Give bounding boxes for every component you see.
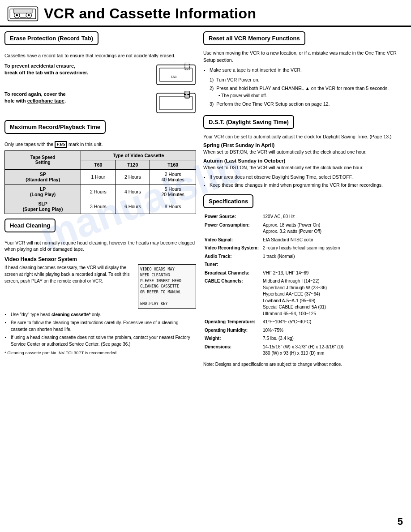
- erase-protection-box: Erase Protection (Record Tab): [4, 31, 98, 45]
- table-row: Broadcast Channels: VHF 2~13, UHF 14~69: [203, 269, 407, 278]
- table-row: LP(Long Play) 2 Hours 4 Hours 5 Hours20 …: [5, 184, 196, 199]
- spec-label: Weight:: [203, 335, 261, 343]
- spec-value: 2 rotary heads helical scanning system: [261, 244, 407, 253]
- specs-table: Power Source: 120V AC, 60 Hz Power Consu…: [203, 213, 407, 358]
- erase-record-row: To record again, cover thehole with cell…: [4, 91, 196, 116]
- lp-t120: 4 Hours: [116, 184, 150, 199]
- dst-autumn-title: Autumn (Last Sunday in October): [203, 158, 407, 163]
- svg-text:TAB: TAB: [171, 75, 176, 78]
- dst-body: Your VCR can be set to automatically adj…: [203, 133, 407, 140]
- table-row: Weight: 7.5 lbs. (3.4 kg): [203, 335, 407, 343]
- erase-prevent-text: To prevent accidental erasure,break off …: [4, 63, 151, 77]
- vhs-note-suffix: mark in this unit.: [68, 142, 103, 147]
- maxrecord-section: Maximum Record/Playback Time Only use ta…: [4, 120, 196, 214]
- specs-section: Specifications Power Source: 120V AC, 60…: [203, 194, 407, 368]
- cassette-covered-icon: [156, 91, 196, 116]
- dst-spring-title: Spring (First Sunday in April): [203, 142, 407, 148]
- dst-spring-text: When set to DST:ON, the VCR will automat…: [203, 149, 407, 155]
- main-content: Erase Protection (Record Tab) Cassettes …: [0, 31, 411, 368]
- t160-header: T160: [150, 160, 196, 169]
- table-row: CABLE Channels: Midband A through I (14~…: [203, 277, 407, 318]
- list-item: If your area does not observe Daylight S…: [210, 174, 407, 181]
- slp-t120: 6 Hours: [116, 199, 150, 214]
- erase-prevent-row: To prevent accidental erasure,break off …: [4, 63, 196, 87]
- list-item: If using a head cleaning cassette does n…: [11, 334, 196, 348]
- lp-t160: 5 Hours20 Minutes: [150, 184, 196, 199]
- list-item: 1) Turn VCR Power on.: [210, 76, 407, 84]
- spec-label: Operating Temperature:: [203, 318, 261, 326]
- spec-value: EIA Standard NTSC color: [261, 236, 407, 245]
- reset-sub: • The power will shut off.: [218, 92, 407, 99]
- record-table: Tape SpeedSetting Type of Video Cassette…: [4, 150, 196, 214]
- spec-value: Midband A through I (14~22) Superband J …: [261, 277, 407, 318]
- list-item: Use "dry" type head cleaning cassette* o…: [11, 311, 196, 318]
- spec-label: CABLE Channels:: [203, 277, 261, 318]
- reset-section: Reset all VCR Memory Functions Use when …: [203, 31, 407, 108]
- headcleaning-box: Head Cleaning: [4, 219, 56, 232]
- spec-label: Broadcast Channels:: [203, 269, 261, 278]
- table-row: Power Consumption: Approx. 18 watts (Pow…: [203, 221, 407, 236]
- right-column: Reset all VCR Memory Functions Use when …: [201, 31, 407, 368]
- spec-label: Tuner:: [203, 261, 261, 269]
- svg-rect-7: [13, 9, 32, 13]
- sp-t120: 2 Hours: [116, 169, 150, 184]
- table-row: SLP(Super Long Play) 3 Hours 6 Hours 8 H…: [5, 199, 196, 214]
- headcleaning-note: * Cleaning cassette part No. NV-TCL30PT …: [4, 350, 196, 355]
- list-item: Be sure to follow the cleaning tape inst…: [11, 319, 196, 333]
- video-heads-intro-text: If head cleaning becomes necessary, the …: [4, 264, 134, 309]
- specs-title: Specifications: [209, 198, 248, 205]
- screen-mockup: VIDEO HEADS MAY NEED CLEANING PLEASE INS…: [138, 264, 196, 309]
- table-row: Power Source: 120V AC, 60 Hz: [203, 213, 407, 221]
- reset-box: Reset all VCR Memory Functions: [203, 31, 305, 45]
- spec-label: Audio Track:: [203, 253, 261, 261]
- video-heads-title: Video Heads Sensor System: [4, 256, 196, 262]
- headcleaning-title: Head Cleaning: [10, 222, 50, 229]
- spec-label: Dimensions:: [203, 343, 261, 358]
- spec-label: Video Recording System:: [203, 244, 261, 253]
- spec-value: 10%~75%: [261, 326, 407, 335]
- erase-body-text: Cassettes have a record tab to ensure th…: [4, 52, 196, 59]
- reset-steps: 1) Turn VCR Power on. 2) Press and hold …: [203, 76, 407, 107]
- table-row: Operating Humidity: 10%~75%: [203, 326, 407, 335]
- dst-section: D.S.T. (Daylight Saving Time) Your VCR c…: [203, 115, 407, 189]
- headcleaning-body: Your VCR will not normally require head …: [4, 240, 196, 253]
- svg-point-5: [28, 14, 30, 17]
- table-row: Video Recording System: 2 rotary heads h…: [203, 244, 407, 253]
- dst-autumn-text: When set to DST:ON, the VCR will automat…: [203, 164, 407, 171]
- specs-box: Specifications: [203, 194, 253, 208]
- reset-body: Use when moving the VCR to a new locatio…: [203, 50, 407, 64]
- spec-value: 41°F~104°F (5°C~40°C): [261, 318, 407, 326]
- lp-t60: 2 Hours: [81, 184, 116, 199]
- vhs-note-prefix: Only use tapes with the: [4, 142, 53, 147]
- table-row: Operating Temperature: 41°F~104°F (5°C~4…: [203, 318, 407, 326]
- spec-value: VHF 2~13, UHF 14~69: [261, 269, 407, 278]
- type-header: Type of Video Cassette: [81, 150, 196, 160]
- video-heads-body: If head cleaning becomes necessary, the …: [4, 264, 196, 309]
- sp-t60: 1 Hour: [81, 169, 116, 184]
- table-row: Tuner:: [203, 261, 407, 269]
- spec-label: Power Source:: [203, 213, 261, 221]
- list-item: Keep these time changes in mind when pro…: [210, 182, 407, 189]
- list-item: 2) Press and hold both PLAY and CHANNEL …: [210, 85, 407, 99]
- vcr-cassette-icon: [7, 4, 39, 24]
- slp-t160: 8 Hours: [150, 199, 196, 214]
- erase-protection-section: Erase Protection (Record Tab) Cassettes …: [4, 31, 196, 116]
- spec-label: Video Signal:: [203, 236, 261, 245]
- lp-label: LP(Long Play): [5, 184, 81, 199]
- maxrecord-title: Maximum Record/Playback Time: [10, 124, 100, 130]
- table-row: Audio Track: 1 track (Normal): [203, 253, 407, 261]
- erase-record-text: To record again, cover thehole with cell…: [4, 91, 151, 105]
- spec-label: Power Consumption:: [203, 221, 261, 236]
- spec-value: 14-15/16" (W) x 3-2/3" (H) x 12-3/16" (D…: [261, 343, 407, 358]
- sp-label: SP(Standard Play): [5, 169, 81, 184]
- sp-t160: 2 Hours40 Minutes: [150, 169, 196, 184]
- slp-t60: 3 Hours: [81, 199, 116, 214]
- specs-note: Note: Designs and specifications are sub…: [203, 361, 407, 368]
- cassette-tab-icon: TAB: [156, 63, 196, 87]
- vhs-badge: VHS: [55, 141, 67, 148]
- t120-header: T120: [116, 160, 150, 169]
- left-column: Erase Protection (Record Tab) Cassettes …: [4, 31, 201, 368]
- tape-speed-header: Tape SpeedSetting: [5, 150, 81, 169]
- svg-rect-10: [185, 63, 189, 70]
- dst-title: D.S.T. (Daylight Saving Time): [209, 119, 289, 125]
